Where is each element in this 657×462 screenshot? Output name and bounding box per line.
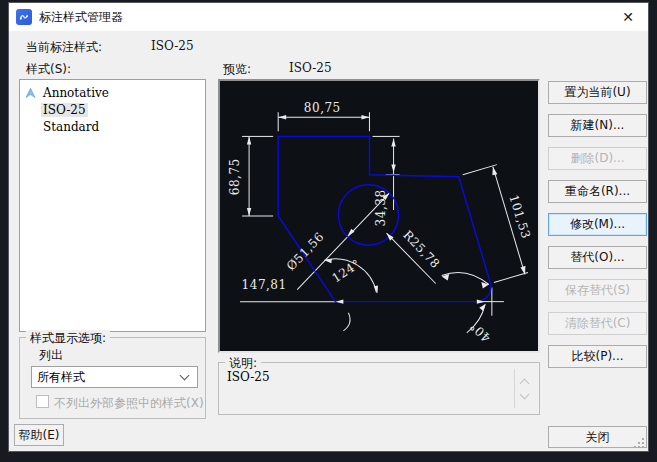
set-current-button[interactable]: 置为当前(U) — [548, 81, 647, 104]
styles-list-label: 样式(S): — [26, 61, 71, 78]
current-style-value: ISO-25 — [151, 39, 194, 53]
dim-label-angle-left: 124° — [329, 257, 363, 286]
list-item-standard[interactable]: Standard — [20, 119, 205, 136]
override-button[interactable]: 替代(O)... — [548, 246, 647, 269]
style-display-options-label: 样式显示选项: — [26, 330, 110, 347]
current-style-label: 当前标注样式: — [26, 39, 102, 56]
styles-list[interactable]: Annotative ISO-25 Standard — [19, 79, 206, 332]
delete-button: 删除(D)... — [548, 147, 647, 170]
new-button[interactable]: 新建(N)... — [548, 114, 647, 137]
dim-label-radius: R25,78 — [400, 228, 442, 271]
dimension-style-manager-dialog: 标注样式管理器 ✕ 当前标注样式: ISO-25 样式(S): 预览: ISO-… — [8, 2, 649, 452]
cad-background: 标注样式管理器 ✕ 当前标注样式: ISO-25 样式(S): 预览: ISO-… — [0, 0, 657, 462]
clear-override-button: 清除替代(C) — [548, 312, 647, 335]
save-override-button: 保存替代(S) — [548, 279, 647, 302]
resize-grip[interactable] — [633, 437, 644, 448]
dim-label-aligned: 101,53 — [506, 193, 533, 240]
dim-label-notch-height: 34,38 — [374, 189, 388, 226]
scroll-down-icon[interactable] — [520, 389, 530, 399]
description-group: 说明: ISO-25 — [218, 362, 540, 415]
list-item-iso25[interactable]: ISO-25 — [20, 102, 205, 119]
list-filter-dropdown[interactable]: 所有样式 — [31, 366, 198, 388]
chevron-down-icon — [180, 371, 190, 381]
dim-label-diameter: Ø51,56 — [284, 230, 327, 274]
style-preview-pane: 80,75 68,75 34,38 101,53 R25,78 Ø51,56 1… — [218, 79, 540, 353]
description-scrollbar[interactable] — [514, 369, 534, 408]
dim-label-angle-right: 40° — [467, 319, 493, 345]
scroll-up-icon[interactable] — [520, 378, 530, 388]
preview-style-value: ISO-25 — [289, 61, 332, 75]
list-item-annotative[interactable]: Annotative — [20, 85, 205, 102]
dim-label-bottom-width: 147,81 — [242, 278, 287, 292]
window-title: 标注样式管理器 — [39, 9, 123, 26]
close-icon[interactable]: ✕ — [622, 8, 634, 26]
help-button[interactable]: 帮助(E) — [14, 424, 64, 446]
modify-button[interactable]: 修改(M)... — [548, 213, 647, 236]
title-bar[interactable]: 标注样式管理器 ✕ — [9, 3, 648, 31]
list-filter-selected-value: 所有样式 — [37, 370, 85, 384]
xref-filter-checkbox — [36, 395, 49, 408]
xref-filter-checkbox-label: 不列出外部参照中的样式(X) — [54, 395, 204, 412]
description-text: ISO-25 — [227, 370, 270, 384]
preview-drawing: 80,75 68,75 34,38 101,53 R25,78 Ø51,56 1… — [220, 81, 538, 351]
dim-label-left-height: 68,75 — [228, 158, 242, 195]
dim-label-top-width: 80,75 — [304, 101, 341, 115]
compare-button[interactable]: 比较(P)... — [548, 345, 647, 368]
preview-label: 预览: — [223, 61, 251, 78]
app-icon — [16, 9, 32, 25]
rename-button[interactable]: 重命名(R)... — [548, 180, 647, 203]
list-filter-label: 列出 — [39, 347, 63, 364]
